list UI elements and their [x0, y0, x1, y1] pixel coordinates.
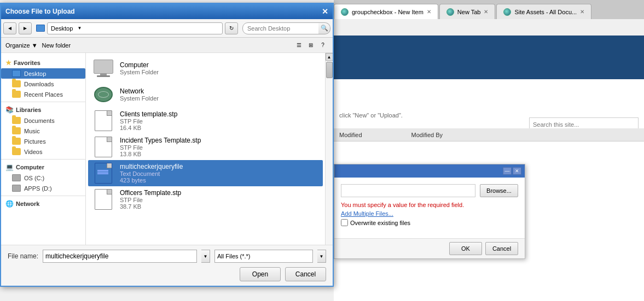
upload-file-input[interactable] [341, 184, 475, 197]
dialog-close-button[interactable]: ✕ [322, 7, 328, 16]
cancel-button[interactable]: Cancel [285, 267, 326, 281]
sidebar-d-drive-label: APPS (D:) [24, 185, 52, 192]
filename-dropdown-arrow[interactable]: ▼ [201, 250, 210, 263]
tab-siteassets[interactable]: Site Assets - All Docu... ✕ [496, 4, 591, 19]
refresh-button[interactable]: ↻ [225, 22, 238, 34]
site-empty-message: click "New" or "Upload". [339, 112, 503, 119]
tab-close-siteassets[interactable]: ✕ [580, 9, 584, 15]
scroll-thumb[interactable] [326, 62, 333, 78]
multichecker-name: multicheckerjqueryfile [120, 163, 183, 170]
cancel-upload-button[interactable]: Cancel [485, 242, 518, 255]
filename-input[interactable] [43, 250, 197, 263]
tab-close-newtab[interactable]: ✕ [484, 9, 488, 15]
file-item-officers-template[interactable]: Officers Template.stp STP File 38.7 KB [88, 186, 323, 213]
view-icons-group: ☰ ⊞ ? [293, 40, 328, 51]
sidebar-item-recent-places[interactable]: Recent Places [1, 89, 85, 99]
sidebar-recent-places-label: Recent Places [24, 91, 63, 98]
multichecker-info: multicheckerjqueryfile Text Document 423… [120, 163, 183, 184]
add-multiple-files-link[interactable]: Add Multiple Files... [341, 210, 518, 217]
upload-form-footer: OK Cancel [334, 238, 525, 258]
sidebar-item-music[interactable]: Music [1, 126, 85, 136]
sidebar-section-libraries: 📚 Libraries Documents Music Pictures [1, 104, 85, 157]
upload-form-minimize-button[interactable]: — [503, 167, 512, 175]
open-button[interactable]: Open [240, 267, 281, 281]
search-input[interactable] [242, 22, 319, 34]
view-tiles-icon: ⊞ [309, 42, 313, 48]
scrollbar[interactable]: ▲ [325, 53, 333, 245]
clients-template-type: STP File [120, 118, 177, 125]
tab-close-groupcheckbox[interactable]: ✕ [427, 9, 431, 15]
overwrite-checkbox[interactable] [341, 219, 348, 226]
computer-label: Computer [16, 164, 44, 170]
view-details-icon: ☰ [297, 42, 301, 48]
tab-label-siteassets: Site Assets - All Docu... [514, 9, 577, 15]
officers-template-name: Officers Template.stp [120, 189, 181, 197]
sidebar-divider-3 [1, 196, 85, 196]
downloads-folder-icon [12, 80, 21, 87]
file-list-container: Computer System Folder Network System Fo… [86, 53, 333, 245]
ok-button[interactable]: OK [449, 242, 482, 255]
organize-button[interactable]: Organize ▼ [5, 42, 38, 49]
sidebar-network-heading[interactable]: 🌐 Network [1, 198, 85, 209]
network-item-icon [92, 84, 114, 105]
sidebar-favorites-heading[interactable]: ★ Favorites [1, 57, 85, 68]
tab-icon-siteassets [503, 8, 511, 16]
location-bar[interactable]: Desktop ▼ [47, 22, 223, 34]
sidebar-item-downloads[interactable]: Downloads [1, 79, 85, 89]
incident-template-type: STP File [120, 144, 201, 151]
sidebar-c-drive-label: OS (C:) [24, 175, 44, 181]
favorites-icon: ★ [5, 59, 11, 67]
view-tiles-button[interactable]: ⊞ [305, 40, 316, 51]
scroll-up-arrow[interactable]: ▲ [326, 53, 333, 61]
sidebar-item-c-drive[interactable]: OS (C:) [1, 173, 85, 183]
tab-newtab[interactable]: New Tab ✕ [439, 4, 496, 19]
new-folder-button[interactable]: New folder [42, 42, 71, 49]
file-item-clients-template[interactable]: Clients template.stp STP File 16.4 KB [88, 108, 323, 134]
incident-template-info: Incident Types Template.stp STP File 13.… [120, 137, 201, 157]
forward-button[interactable]: ► [19, 22, 32, 34]
file-item-computer[interactable]: Computer System Folder [88, 55, 323, 81]
libraries-icon: 📚 [5, 106, 14, 114]
location-dropdown-arrow[interactable]: ▼ [75, 24, 84, 33]
clients-template-name: Clients template.stp [120, 110, 177, 118]
filetype-dropdown-arrow[interactable]: ▼ [317, 250, 326, 263]
upload-form-body: Browse... You must specify a value for t… [334, 178, 525, 238]
table-header-row: Modified Modified By [334, 128, 644, 141]
upload-input-row: Browse... [341, 184, 518, 197]
sidebar-music-label: Music [24, 128, 40, 134]
network-label: Network [16, 200, 39, 207]
multichecker-size: 423 bytes [120, 177, 183, 184]
sidebar-item-videos[interactable]: Videos [1, 146, 85, 157]
sidebar-item-d-drive[interactable]: APPS (D:) [1, 183, 85, 193]
incident-template-icon [92, 136, 114, 158]
browse-button[interactable]: Browse... [480, 184, 518, 197]
search-button[interactable]: 🔍 [318, 22, 330, 34]
sidebar-divider-2 [1, 159, 85, 160]
computer-item-icon [92, 57, 114, 79]
view-help-button[interactable]: ? [317, 40, 328, 51]
tab-groupcheckbox[interactable]: groupcheckbox - New Item ✕ [334, 4, 438, 19]
sidebar-item-documents[interactable]: Documents [1, 115, 85, 126]
footer-button-row: Open Cancel [8, 267, 326, 281]
tab-icon-newtab [446, 8, 454, 16]
file-item-multichecker[interactable]: multicheckerjqueryfile Text Document 423… [88, 160, 323, 186]
organize-label: Organize [5, 42, 30, 49]
officers-template-icon [92, 188, 114, 210]
sidebar-libraries-heading[interactable]: 📚 Libraries [1, 104, 85, 115]
sidebar-computer-heading[interactable]: 💻 Computer [1, 162, 85, 173]
file-item-incident-template[interactable]: Incident Types Template.stp STP File 13.… [88, 134, 323, 160]
sidebar-item-desktop[interactable]: Desktop [1, 68, 85, 79]
view-toolbar: Organize ▼ New folder ☰ ⊞ ? [1, 38, 333, 53]
forward-icon: ► [22, 25, 28, 31]
view-details-button[interactable]: ☰ [293, 40, 304, 51]
file-item-network[interactable]: Network System Folder [88, 81, 323, 108]
network-icon: 🌐 [5, 200, 14, 208]
upload-form-close-button[interactable]: ✕ [513, 167, 521, 175]
documents-folder-icon [12, 117, 21, 124]
back-button[interactable]: ◄ [3, 22, 16, 34]
sidebar-downloads-label: Downloads [24, 81, 54, 87]
computer-icon: 💻 [5, 163, 14, 171]
sidebar-item-pictures[interactable]: Pictures [1, 136, 85, 146]
sidebar-section-network: 🌐 Network [1, 198, 85, 209]
filetype-select[interactable] [214, 250, 313, 263]
